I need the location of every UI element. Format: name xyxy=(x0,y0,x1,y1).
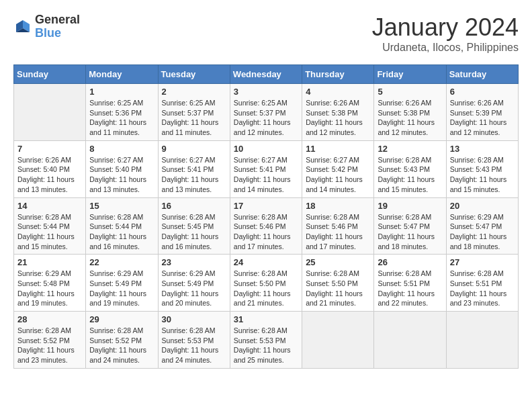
day-number: 18 xyxy=(306,201,370,211)
logo-icon xyxy=(13,17,32,36)
calendar-cell: 29Sunrise: 6:28 AMSunset: 5:52 PMDayligh… xyxy=(86,312,158,369)
title-block: January 2024 Urdaneta, Ilocos, Philippin… xyxy=(372,13,519,54)
day-number: 3 xyxy=(234,87,298,97)
calendar-header: SundayMondayTuesdayWednesdayThursdayFrid… xyxy=(14,65,519,84)
calendar-cell: 7Sunrise: 6:26 AMSunset: 5:40 PMDaylight… xyxy=(14,140,86,197)
month-title: January 2024 xyxy=(372,13,519,42)
day-number: 14 xyxy=(17,201,82,211)
day-number: 2 xyxy=(162,87,226,97)
calendar-cell: 1Sunrise: 6:25 AMSunset: 5:36 PMDaylight… xyxy=(86,84,158,141)
calendar-cell: 3Sunrise: 6:25 AMSunset: 5:37 PMDaylight… xyxy=(230,84,302,141)
calendar-cell: 27Sunrise: 6:28 AMSunset: 5:51 PMDayligh… xyxy=(446,255,518,312)
day-number: 27 xyxy=(450,257,515,267)
weekday-header-monday: Monday xyxy=(86,65,158,84)
day-number: 22 xyxy=(89,257,154,267)
day-number: 16 xyxy=(162,201,226,211)
day-info: Sunrise: 6:26 AMSunset: 5:39 PMDaylight:… xyxy=(450,98,515,138)
calendar-cell: 31Sunrise: 6:28 AMSunset: 5:53 PMDayligh… xyxy=(230,312,302,369)
day-number: 15 xyxy=(89,201,154,211)
calendar-cell: 8Sunrise: 6:27 AMSunset: 5:40 PMDaylight… xyxy=(86,140,158,197)
day-number: 6 xyxy=(450,87,515,97)
calendar-cell xyxy=(14,84,86,141)
day-info: Sunrise: 6:28 AMSunset: 5:52 PMDaylight:… xyxy=(89,326,154,365)
day-number: 24 xyxy=(234,257,298,267)
day-info: Sunrise: 6:28 AMSunset: 5:53 PMDaylight:… xyxy=(234,326,298,365)
calendar-week-4: 21Sunrise: 6:29 AMSunset: 5:48 PMDayligh… xyxy=(14,255,519,312)
calendar-cell: 5Sunrise: 6:26 AMSunset: 5:38 PMDaylight… xyxy=(374,84,446,141)
calendar-week-3: 14Sunrise: 6:28 AMSunset: 5:44 PMDayligh… xyxy=(14,197,519,255)
day-info: Sunrise: 6:29 AMSunset: 5:47 PMDaylight:… xyxy=(450,212,515,252)
day-info: Sunrise: 6:25 AMSunset: 5:37 PMDaylight:… xyxy=(234,98,298,138)
calendar-table: SundayMondayTuesdayWednesdayThursdayFrid… xyxy=(13,64,519,369)
calendar-cell: 30Sunrise: 6:28 AMSunset: 5:53 PMDayligh… xyxy=(158,312,230,369)
weekday-header-wednesday: Wednesday xyxy=(230,65,302,84)
day-number: 7 xyxy=(17,144,82,154)
day-number: 29 xyxy=(89,314,154,324)
calendar-week-5: 28Sunrise: 6:28 AMSunset: 5:52 PMDayligh… xyxy=(14,312,519,369)
weekday-header-saturday: Saturday xyxy=(446,65,518,84)
calendar-week-2: 7Sunrise: 6:26 AMSunset: 5:40 PMDaylight… xyxy=(14,140,519,197)
calendar-cell: 21Sunrise: 6:29 AMSunset: 5:48 PMDayligh… xyxy=(14,255,86,312)
calendar-cell: 16Sunrise: 6:28 AMSunset: 5:45 PMDayligh… xyxy=(158,197,230,255)
day-info: Sunrise: 6:28 AMSunset: 5:52 PMDaylight:… xyxy=(17,326,82,365)
day-number: 9 xyxy=(162,144,226,154)
day-number: 30 xyxy=(162,314,226,324)
calendar-cell: 2Sunrise: 6:25 AMSunset: 5:37 PMDaylight… xyxy=(158,84,230,141)
day-info: Sunrise: 6:28 AMSunset: 5:51 PMDaylight:… xyxy=(450,269,515,308)
calendar-cell xyxy=(446,312,518,369)
day-info: Sunrise: 6:28 AMSunset: 5:47 PMDaylight:… xyxy=(378,212,442,252)
calendar-cell: 22Sunrise: 6:29 AMSunset: 5:49 PMDayligh… xyxy=(86,255,158,312)
calendar-body: 1Sunrise: 6:25 AMSunset: 5:36 PMDaylight… xyxy=(14,84,519,369)
calendar-cell: 19Sunrise: 6:28 AMSunset: 5:47 PMDayligh… xyxy=(374,197,446,255)
day-number: 1 xyxy=(89,87,154,97)
calendar-cell: 24Sunrise: 6:28 AMSunset: 5:50 PMDayligh… xyxy=(230,255,302,312)
calendar-cell: 12Sunrise: 6:28 AMSunset: 5:43 PMDayligh… xyxy=(374,140,446,197)
calendar-cell: 9Sunrise: 6:27 AMSunset: 5:41 PMDaylight… xyxy=(158,140,230,197)
calendar-cell: 26Sunrise: 6:28 AMSunset: 5:51 PMDayligh… xyxy=(374,255,446,312)
day-info: Sunrise: 6:28 AMSunset: 5:53 PMDaylight:… xyxy=(162,326,226,365)
day-number: 25 xyxy=(306,257,370,267)
calendar-week-1: 1Sunrise: 6:25 AMSunset: 5:36 PMDaylight… xyxy=(14,84,519,141)
day-info: Sunrise: 6:27 AMSunset: 5:40 PMDaylight:… xyxy=(89,155,154,195)
calendar-cell: 17Sunrise: 6:28 AMSunset: 5:46 PMDayligh… xyxy=(230,197,302,255)
day-number: 28 xyxy=(17,314,82,324)
calendar-cell: 11Sunrise: 6:27 AMSunset: 5:42 PMDayligh… xyxy=(302,140,374,197)
calendar-cell: 20Sunrise: 6:29 AMSunset: 5:47 PMDayligh… xyxy=(446,197,518,255)
day-number: 4 xyxy=(306,87,370,97)
calendar-cell xyxy=(374,312,446,369)
day-info: Sunrise: 6:28 AMSunset: 5:50 PMDaylight:… xyxy=(306,269,370,308)
day-number: 31 xyxy=(234,314,298,324)
calendar-cell: 18Sunrise: 6:28 AMSunset: 5:46 PMDayligh… xyxy=(302,197,374,255)
page-header: General Blue January 2024 Urdaneta, Iloc… xyxy=(13,13,519,54)
calendar-cell: 25Sunrise: 6:28 AMSunset: 5:50 PMDayligh… xyxy=(302,255,374,312)
day-number: 20 xyxy=(450,201,515,211)
calendar-cell: 14Sunrise: 6:28 AMSunset: 5:44 PMDayligh… xyxy=(14,197,86,255)
day-info: Sunrise: 6:26 AMSunset: 5:40 PMDaylight:… xyxy=(17,155,82,195)
day-info: Sunrise: 6:27 AMSunset: 5:42 PMDaylight:… xyxy=(306,155,370,195)
logo-blue: Blue xyxy=(35,27,80,40)
day-number: 26 xyxy=(378,257,442,267)
day-info: Sunrise: 6:26 AMSunset: 5:38 PMDaylight:… xyxy=(378,98,442,138)
day-info: Sunrise: 6:29 AMSunset: 5:48 PMDaylight:… xyxy=(17,269,82,308)
weekday-header-row: SundayMondayTuesdayWednesdayThursdayFrid… xyxy=(14,65,519,84)
calendar-cell: 28Sunrise: 6:28 AMSunset: 5:52 PMDayligh… xyxy=(14,312,86,369)
day-number: 19 xyxy=(378,201,442,211)
weekday-header-sunday: Sunday xyxy=(14,65,86,84)
calendar-cell: 15Sunrise: 6:28 AMSunset: 5:44 PMDayligh… xyxy=(86,197,158,255)
calendar-cell: 10Sunrise: 6:27 AMSunset: 5:41 PMDayligh… xyxy=(230,140,302,197)
day-info: Sunrise: 6:26 AMSunset: 5:38 PMDaylight:… xyxy=(306,98,370,138)
day-info: Sunrise: 6:28 AMSunset: 5:50 PMDaylight:… xyxy=(234,269,298,308)
calendar-cell: 6Sunrise: 6:26 AMSunset: 5:39 PMDaylight… xyxy=(446,84,518,141)
day-info: Sunrise: 6:25 AMSunset: 5:36 PMDaylight:… xyxy=(89,98,154,138)
calendar-cell: 23Sunrise: 6:29 AMSunset: 5:49 PMDayligh… xyxy=(158,255,230,312)
day-number: 8 xyxy=(89,144,154,154)
weekday-header-tuesday: Tuesday xyxy=(158,65,230,84)
day-number: 13 xyxy=(450,144,515,154)
calendar-cell: 4Sunrise: 6:26 AMSunset: 5:38 PMDaylight… xyxy=(302,84,374,141)
day-info: Sunrise: 6:28 AMSunset: 5:43 PMDaylight:… xyxy=(378,155,442,195)
day-info: Sunrise: 6:28 AMSunset: 5:44 PMDaylight:… xyxy=(89,212,154,252)
day-number: 23 xyxy=(162,257,226,267)
logo-general: General xyxy=(35,13,80,27)
day-number: 11 xyxy=(306,144,370,154)
day-info: Sunrise: 6:29 AMSunset: 5:49 PMDaylight:… xyxy=(89,269,154,308)
